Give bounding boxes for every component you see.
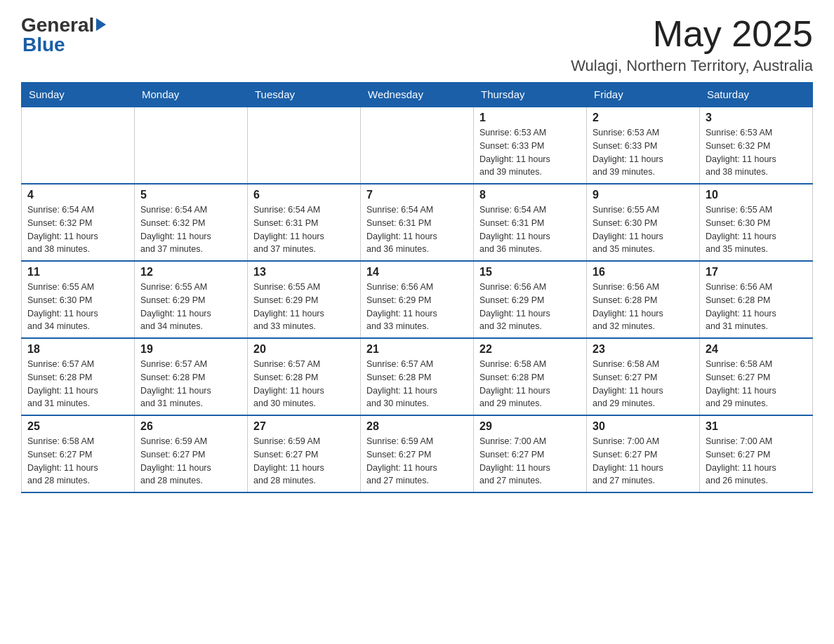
day-info: Sunrise: 6:58 AMSunset: 6:27 PMDaylight:… [593, 358, 694, 410]
day-info: Sunrise: 6:57 AMSunset: 6:28 PMDaylight:… [253, 358, 355, 410]
day-number: 9 [593, 189, 694, 201]
day-info: Sunrise: 6:57 AMSunset: 6:28 PMDaylight:… [27, 358, 128, 410]
day-info: Sunrise: 6:54 AMSunset: 6:31 PMDaylight:… [253, 203, 355, 256]
day-info: Sunrise: 6:58 AMSunset: 6:27 PMDaylight:… [27, 435, 128, 488]
calendar-week-row: 18Sunrise: 6:57 AMSunset: 6:28 PMDayligh… [22, 338, 813, 415]
day-info: Sunrise: 7:00 AMSunset: 6:27 PMDaylight:… [706, 435, 807, 488]
day-number: 15 [479, 266, 581, 279]
day-info: Sunrise: 6:56 AMSunset: 6:28 PMDaylight:… [706, 281, 807, 333]
calendar-cell: 6Sunrise: 6:54 AMSunset: 6:31 PMDaylight… [248, 184, 361, 261]
day-number: 30 [593, 420, 694, 433]
day-info: Sunrise: 6:56 AMSunset: 6:28 PMDaylight:… [593, 281, 694, 333]
calendar-cell: 3Sunrise: 6:53 AMSunset: 6:32 PMDaylight… [700, 107, 813, 184]
day-info: Sunrise: 6:54 AMSunset: 6:32 PMDaylight:… [140, 203, 241, 256]
calendar-cell: 24Sunrise: 6:58 AMSunset: 6:27 PMDayligh… [700, 338, 813, 415]
day-number: 24 [706, 343, 807, 356]
calendar-cell: 10Sunrise: 6:55 AMSunset: 6:30 PMDayligh… [700, 184, 813, 261]
calendar-cell: 1Sunrise: 6:53 AMSunset: 6:33 PMDaylight… [474, 107, 587, 184]
day-number: 16 [593, 266, 694, 279]
calendar-cell: 19Sunrise: 6:57 AMSunset: 6:28 PMDayligh… [135, 338, 248, 415]
calendar-cell [135, 107, 248, 184]
weekday-header-tuesday: Tuesday [248, 83, 361, 107]
day-number: 4 [27, 189, 128, 201]
weekday-header-wednesday: Wednesday [361, 83, 474, 107]
calendar-cell: 20Sunrise: 6:57 AMSunset: 6:28 PMDayligh… [248, 338, 361, 415]
day-info: Sunrise: 6:54 AMSunset: 6:32 PMDaylight:… [27, 203, 128, 256]
logo-blue-word: Blue [22, 34, 65, 56]
day-number: 13 [253, 266, 355, 279]
calendar-cell: 31Sunrise: 7:00 AMSunset: 6:27 PMDayligh… [700, 415, 813, 492]
calendar-cell: 28Sunrise: 6:59 AMSunset: 6:27 PMDayligh… [361, 415, 474, 492]
calendar-cell: 13Sunrise: 6:55 AMSunset: 6:29 PMDayligh… [248, 261, 361, 338]
day-number: 3 [706, 112, 807, 124]
weekday-header-row: SundayMondayTuesdayWednesdayThursdayFrid… [22, 83, 813, 107]
day-number: 29 [479, 420, 581, 433]
calendar-cell: 8Sunrise: 6:54 AMSunset: 6:31 PMDaylight… [474, 184, 587, 261]
day-number: 23 [593, 343, 694, 356]
day-number: 10 [706, 189, 807, 201]
day-number: 26 [140, 420, 241, 433]
day-number: 31 [706, 420, 807, 433]
day-number: 1 [479, 112, 581, 124]
calendar-cell: 25Sunrise: 6:58 AMSunset: 6:27 PMDayligh… [22, 415, 135, 492]
day-info: Sunrise: 6:53 AMSunset: 6:33 PMDaylight:… [479, 126, 581, 179]
calendar-cell: 26Sunrise: 6:59 AMSunset: 6:27 PMDayligh… [135, 415, 248, 492]
day-number: 27 [253, 420, 355, 433]
location-text: Wulagi, Northern Territory, Australia [571, 57, 813, 75]
day-info: Sunrise: 6:56 AMSunset: 6:29 PMDaylight:… [479, 281, 581, 333]
day-number: 21 [366, 343, 468, 356]
calendar-cell [22, 107, 135, 184]
day-info: Sunrise: 6:57 AMSunset: 6:28 PMDaylight:… [140, 358, 241, 410]
day-info: Sunrise: 6:57 AMSunset: 6:28 PMDaylight:… [366, 358, 468, 410]
day-number: 8 [479, 189, 581, 201]
calendar-cell: 11Sunrise: 6:55 AMSunset: 6:30 PMDayligh… [22, 261, 135, 338]
day-number: 6 [253, 189, 355, 201]
day-info: Sunrise: 6:59 AMSunset: 6:27 PMDaylight:… [253, 435, 355, 488]
day-number: 20 [253, 343, 355, 356]
day-number: 19 [140, 343, 241, 356]
day-info: Sunrise: 6:55 AMSunset: 6:29 PMDaylight:… [140, 281, 241, 333]
calendar-cell: 9Sunrise: 6:55 AMSunset: 6:30 PMDaylight… [587, 184, 700, 261]
day-number: 28 [366, 420, 468, 433]
calendar-week-row: 4Sunrise: 6:54 AMSunset: 6:32 PMDaylight… [22, 184, 813, 261]
calendar-cell [361, 107, 474, 184]
weekday-header-thursday: Thursday [474, 83, 587, 107]
day-number: 2 [593, 112, 694, 124]
calendar-cell: 2Sunrise: 6:53 AMSunset: 6:33 PMDaylight… [587, 107, 700, 184]
calendar-week-row: 25Sunrise: 6:58 AMSunset: 6:27 PMDayligh… [22, 415, 813, 492]
day-number: 25 [27, 420, 128, 433]
calendar-cell: 14Sunrise: 6:56 AMSunset: 6:29 PMDayligh… [361, 261, 474, 338]
weekday-header-monday: Monday [135, 83, 248, 107]
day-number: 11 [27, 266, 128, 279]
day-info: Sunrise: 6:54 AMSunset: 6:31 PMDaylight:… [479, 203, 581, 256]
day-info: Sunrise: 6:55 AMSunset: 6:30 PMDaylight:… [593, 203, 694, 256]
day-info: Sunrise: 6:55 AMSunset: 6:30 PMDaylight:… [27, 281, 128, 333]
weekday-header-sunday: Sunday [22, 83, 135, 107]
day-info: Sunrise: 6:59 AMSunset: 6:27 PMDaylight:… [140, 435, 241, 488]
title-block: May 2025 Wulagi, Northern Territory, Aus… [571, 14, 813, 75]
calendar-cell [248, 107, 361, 184]
calendar-table: SundayMondayTuesdayWednesdayThursdayFrid… [21, 82, 813, 493]
calendar-cell: 18Sunrise: 6:57 AMSunset: 6:28 PMDayligh… [22, 338, 135, 415]
calendar-cell: 29Sunrise: 7:00 AMSunset: 6:27 PMDayligh… [474, 415, 587, 492]
calendar-cell: 5Sunrise: 6:54 AMSunset: 6:32 PMDaylight… [135, 184, 248, 261]
calendar-cell: 22Sunrise: 6:58 AMSunset: 6:28 PMDayligh… [474, 338, 587, 415]
page-header: General Blue May 2025 Wulagi, Northern T… [21, 14, 813, 75]
day-info: Sunrise: 6:55 AMSunset: 6:29 PMDaylight:… [253, 281, 355, 333]
calendar-cell: 27Sunrise: 6:59 AMSunset: 6:27 PMDayligh… [248, 415, 361, 492]
day-number: 18 [27, 343, 128, 356]
calendar-cell: 21Sunrise: 6:57 AMSunset: 6:28 PMDayligh… [361, 338, 474, 415]
day-info: Sunrise: 7:00 AMSunset: 6:27 PMDaylight:… [479, 435, 581, 488]
calendar-cell: 12Sunrise: 6:55 AMSunset: 6:29 PMDayligh… [135, 261, 248, 338]
calendar-cell: 16Sunrise: 6:56 AMSunset: 6:28 PMDayligh… [587, 261, 700, 338]
logo: General Blue [21, 14, 106, 56]
day-number: 14 [366, 266, 468, 279]
calendar-cell: 17Sunrise: 6:56 AMSunset: 6:28 PMDayligh… [700, 261, 813, 338]
calendar-cell: 23Sunrise: 6:58 AMSunset: 6:27 PMDayligh… [587, 338, 700, 415]
day-info: Sunrise: 6:53 AMSunset: 6:32 PMDaylight:… [706, 126, 807, 179]
day-number: 7 [366, 189, 468, 201]
calendar-cell: 7Sunrise: 6:54 AMSunset: 6:31 PMDaylight… [361, 184, 474, 261]
logo-triangle-icon [96, 18, 106, 31]
calendar-cell: 4Sunrise: 6:54 AMSunset: 6:32 PMDaylight… [22, 184, 135, 261]
day-info: Sunrise: 6:59 AMSunset: 6:27 PMDaylight:… [366, 435, 468, 488]
